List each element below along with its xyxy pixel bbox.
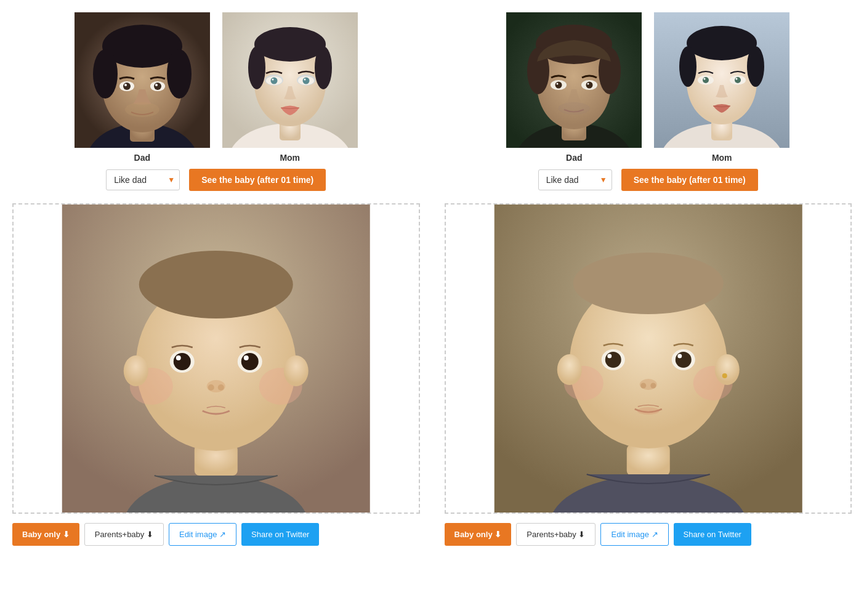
pair1-resemblance-select[interactable]: Like dad Like mom Mix — [106, 169, 180, 190]
pair1-dad-box: Dad — [75, 12, 210, 163]
svg-point-85 — [605, 352, 621, 368]
pair1-parents-row: Dad — [12, 12, 420, 163]
pair2-section: Dad — [445, 12, 852, 546]
svg-point-65 — [687, 26, 757, 60]
pair2-see-baby-suffix: time) — [722, 175, 745, 185]
svg-point-11 — [154, 83, 161, 90]
pair2-parents-baby-button[interactable]: Parents+baby ⬇ — [516, 523, 596, 546]
svg-point-66 — [679, 46, 696, 87]
svg-point-24 — [270, 78, 277, 84]
pair1-baby-only-button[interactable]: Baby only ⬇ — [12, 523, 79, 546]
svg-point-58 — [586, 82, 593, 89]
pair2-resemblance-select[interactable]: Like dad Like mom Mix — [538, 169, 612, 190]
svg-point-55 — [555, 82, 562, 89]
svg-point-40 — [176, 355, 181, 360]
pair2-select-wrapper: Like dad Like mom Mix ▼ — [538, 169, 612, 190]
pair2-dad-box: Dad — [506, 12, 642, 163]
svg-point-45 — [208, 384, 214, 391]
svg-point-25 — [272, 79, 273, 81]
pair1-see-baby-suffix: time) — [291, 175, 313, 185]
svg-point-18 — [254, 27, 326, 62]
pair2-edit-icon: ↗ — [652, 530, 658, 539]
svg-point-92 — [650, 383, 656, 389]
pair2-download-icon: ⬇ — [495, 530, 501, 539]
pair1-dad-photo — [75, 12, 210, 148]
svg-point-70 — [704, 78, 706, 80]
pair1-twitter-label: Share on Twitter — [251, 530, 309, 539]
pair1-download-icon: ⬇ — [63, 530, 70, 539]
svg-point-37 — [284, 355, 309, 386]
pair2-dad-label: Dad — [566, 153, 582, 163]
pair1-action-buttons: Baby only ⬇ Parents+baby ⬇ Edit image ↗ … — [12, 523, 420, 546]
pair1-section: Dad — [12, 12, 420, 546]
pair1-baby-result — [12, 203, 420, 514]
svg-point-5 — [93, 49, 118, 99]
pair1-mom-label: Mom — [280, 153, 300, 163]
svg-point-27 — [302, 78, 309, 84]
svg-point-13 — [125, 102, 159, 117]
pair2-controls: Like dad Like mom Mix ▼ See the baby (af… — [445, 169, 852, 191]
pair1-edit-icon: ↗ — [219, 530, 226, 539]
svg-point-88 — [675, 352, 691, 368]
svg-point-43 — [244, 355, 249, 360]
svg-point-86 — [607, 354, 612, 359]
pair1-parents-baby-button[interactable]: Parents+baby ⬇ — [84, 523, 164, 546]
svg-point-91 — [640, 383, 646, 389]
svg-point-93 — [637, 407, 659, 415]
svg-point-72 — [735, 77, 741, 83]
svg-point-89 — [677, 354, 682, 359]
pair1-controls: Like dad Like mom Mix ▼ See the baby (af… — [12, 169, 420, 191]
pair1-edit-button[interactable]: Edit image ↗ — [169, 523, 236, 546]
pair2-baby-only-button[interactable]: Baby only ⬇ — [445, 523, 512, 546]
svg-point-35 — [139, 251, 293, 318]
pair2-mom-label: Mom — [712, 153, 732, 163]
pair2-dad-photo — [506, 12, 642, 148]
pair1-baby-only-label: Baby only — [22, 530, 60, 539]
pair2-parents-row: Dad — [445, 12, 852, 163]
pair2-mom-box: Mom — [654, 12, 789, 163]
pair1-dad-label: Dad — [134, 153, 150, 163]
pair2-twitter-button[interactable]: Share on Twitter — [674, 523, 751, 546]
pair1-mom-box: Mom — [222, 12, 358, 163]
svg-point-67 — [747, 46, 764, 87]
pair2-action-buttons: Baby only ⬇ Parents+baby ⬇ Edit image ↗ … — [445, 523, 852, 546]
main-container: Dad — [12, 12, 852, 546]
pair2-parents-download-icon: ⬇ — [578, 530, 585, 539]
pair1-see-baby-count: 01 — [281, 175, 291, 185]
pair1-twitter-button[interactable]: Share on Twitter — [241, 523, 319, 546]
pair2-baby-only-label: Baby only — [454, 530, 493, 539]
svg-point-42 — [241, 353, 259, 370]
svg-point-73 — [736, 78, 738, 80]
pair1-mom-photo — [222, 12, 358, 148]
svg-point-69 — [703, 77, 709, 83]
svg-point-12 — [155, 84, 158, 86]
svg-point-60 — [558, 102, 590, 115]
pair2-edit-button[interactable]: Edit image ↗ — [600, 523, 668, 546]
svg-point-36 — [124, 355, 148, 386]
svg-point-82 — [714, 354, 739, 385]
svg-point-20 — [315, 46, 332, 89]
svg-point-80 — [573, 253, 723, 314]
svg-point-19 — [248, 46, 265, 89]
pair2-see-baby-button[interactable]: See the baby (after 01 time) — [621, 169, 758, 191]
pair1-parents-download-icon: ⬇ — [147, 530, 153, 539]
svg-point-8 — [123, 83, 131, 90]
svg-point-46 — [218, 384, 224, 391]
svg-point-6 — [167, 49, 192, 99]
pair2-edit-label: Edit image — [611, 530, 648, 539]
svg-point-39 — [174, 353, 191, 370]
pair2-twitter-label: Share on Twitter — [684, 530, 741, 539]
pair2-mom-photo — [654, 12, 789, 148]
pair1-see-baby-button[interactable]: See the baby (after 01 time) — [189, 169, 326, 191]
svg-rect-76 — [626, 445, 669, 476]
pair1-select-wrapper: Like dad Like mom Mix ▼ — [106, 169, 180, 190]
pair2-baby-result — [445, 203, 852, 514]
pair1-edit-label: Edit image — [179, 530, 217, 539]
svg-point-56 — [557, 83, 559, 85]
pair1-parents-baby-label: Parents+baby — [95, 530, 145, 539]
pair2-see-baby-count: 01 — [713, 175, 723, 185]
pair2-see-baby-label: See the baby (after — [634, 175, 713, 185]
svg-point-83 — [722, 373, 727, 378]
svg-point-81 — [557, 354, 581, 385]
pair1-see-baby-label: See the baby (after — [201, 175, 281, 185]
